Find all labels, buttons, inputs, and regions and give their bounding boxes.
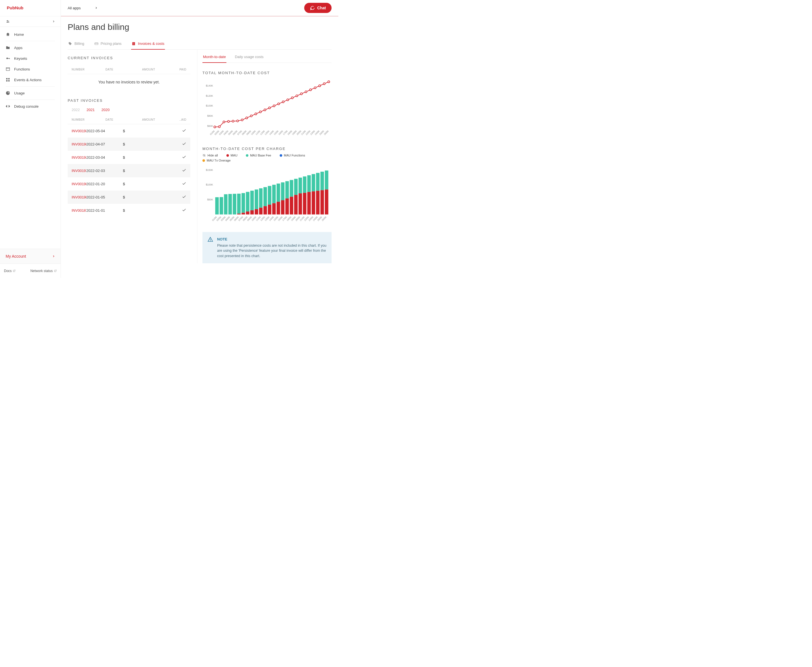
svg-point-41: [305, 91, 307, 93]
page-title: Plans and billing: [68, 22, 332, 32]
svg-rect-130: [299, 193, 302, 214]
sidebar-item-usage[interactable]: Usage: [0, 88, 61, 98]
svg-rect-86: [233, 194, 236, 214]
legend-mau[interactable]: MAU: [226, 154, 237, 157]
subtab-mtd[interactable]: Month-to-date: [203, 53, 226, 63]
billing-tabs: Billing Pricing plans Invoices & costs: [68, 39, 332, 50]
invoice-number: INV00194: [71, 155, 86, 159]
svg-rect-8: [6, 80, 8, 81]
svg-rect-80: [220, 197, 223, 214]
sidebar-item-home[interactable]: Home: [0, 29, 61, 40]
svg-text:02/06: 02/06: [214, 130, 220, 136]
svg-rect-92: [242, 193, 245, 213]
chat-icon: [310, 5, 315, 10]
svg-rect-136: [307, 192, 311, 214]
svg-point-39: [296, 95, 298, 97]
table-row[interactable]: INV001872022-01-01$: [68, 204, 190, 217]
svg-text:26/06: 26/06: [324, 130, 329, 136]
svg-point-42: [310, 89, 312, 91]
chart1-title: TOTAL MONTH-TO-DATE COST: [203, 71, 332, 75]
sidebar-item-label: Events & Actions: [14, 78, 42, 82]
sidebar-item-apps[interactable]: Apps: [0, 42, 61, 53]
svg-point-35: [278, 103, 280, 105]
sidebar-item-events[interactable]: Events & Actions: [0, 75, 61, 85]
svg-point-43: [314, 87, 316, 89]
alert-icon: [208, 237, 213, 242]
tab-pricing[interactable]: Pricing plans: [94, 39, 122, 50]
svg-text:$150K: $150K: [206, 169, 213, 171]
account-switcher[interactable]: [0, 16, 61, 27]
external-link-icon: [13, 269, 15, 272]
svg-point-21: [214, 126, 216, 128]
year-tab-2022[interactable]: 2022: [71, 108, 80, 112]
table-row[interactable]: INV001942022-03-04$: [68, 151, 190, 164]
svg-rect-100: [255, 209, 258, 214]
dot-icon: [246, 154, 248, 157]
svg-point-46: [328, 81, 330, 83]
check-icon: [182, 128, 186, 133]
svg-text:08/06: 08/06: [241, 130, 247, 136]
invoice-date: 2022-05-04: [86, 129, 123, 133]
svg-text:05/06: 05/06: [227, 130, 233, 136]
cost-subtabs: Month-to-date Daily usage costs: [203, 53, 332, 63]
current-invoices-title: CURRENT INVOICES: [68, 56, 190, 60]
svg-text:24/06: 24/06: [314, 130, 320, 136]
logo[interactable]: PubNub: [0, 0, 61, 16]
svg-text:25/06: 25/06: [319, 130, 325, 136]
invoice-date: 2022-01-05: [86, 195, 123, 199]
invoice-amount: $: [123, 155, 154, 159]
svg-rect-118: [281, 200, 284, 214]
chat-button[interactable]: Chat: [304, 3, 332, 13]
legend-mau-base[interactable]: MAU Base Fee: [246, 154, 271, 157]
year-tab-2020[interactable]: 2020: [101, 108, 110, 112]
chevron-right-icon: [95, 7, 98, 9]
sidebar-item-functions[interactable]: Functions: [0, 64, 61, 75]
sidebar-item-label: Usage: [14, 91, 25, 95]
table-row[interactable]: INV001962022-04-07$: [68, 138, 190, 151]
sidebar-item-label: Apps: [14, 46, 23, 50]
chevron-right-icon: [52, 255, 55, 258]
tab-invoices[interactable]: Invoices & costs: [131, 39, 165, 50]
table-row[interactable]: INV001902022-01-05$: [68, 191, 190, 204]
svg-text:16/06: 16/06: [278, 130, 284, 136]
table-row[interactable]: INV001982022-05-04$: [68, 124, 190, 138]
note-body: Please note that persistence costs are n…: [217, 243, 327, 259]
pie-icon: [6, 91, 10, 95]
network-status-link[interactable]: Network status: [30, 269, 56, 273]
legend-hide-all[interactable]: Hide all: [203, 154, 218, 157]
svg-point-28: [246, 117, 248, 119]
svg-rect-134: [303, 176, 306, 193]
invoice-amount: $: [123, 129, 154, 133]
sidebar-item-debug[interactable]: Debug console: [0, 101, 61, 112]
breadcrumb-all-apps[interactable]: All apps: [68, 6, 98, 10]
tag-icon: [68, 42, 72, 46]
svg-text:07/06: 07/06: [237, 130, 243, 136]
subtab-daily[interactable]: Daily usage costs: [234, 53, 264, 63]
svg-text:26/06: 26/06: [321, 216, 327, 222]
svg-text:21/06: 21/06: [301, 130, 307, 136]
svg-text:$100K: $100K: [206, 104, 213, 107]
invoice-date: 2022-04-07: [86, 142, 123, 146]
svg-point-23: [223, 121, 225, 123]
docs-link[interactable]: Docs: [4, 269, 15, 273]
legend-mau-tx[interactable]: MAU Tx Overage: [203, 159, 231, 162]
tab-billing[interactable]: Billing: [68, 39, 85, 50]
svg-rect-127: [294, 195, 297, 214]
check-icon: [182, 168, 186, 173]
svg-rect-94: [246, 211, 249, 214]
svg-text:$80K: $80K: [207, 114, 213, 117]
legend-mau-func[interactable]: MAU Functions: [280, 154, 305, 157]
svg-rect-95: [246, 192, 249, 212]
svg-text:13/06: 13/06: [264, 130, 270, 136]
svg-text:23/06: 23/06: [310, 130, 316, 136]
year-tab-2021[interactable]: 2021: [86, 108, 95, 112]
svg-rect-149: [325, 171, 328, 189]
sidebar-my-account[interactable]: My Account: [0, 249, 61, 264]
check-icon: [182, 155, 186, 159]
table-row[interactable]: INV001902022-01-20$: [68, 178, 190, 191]
chevron-right-icon: [52, 20, 55, 23]
table-row[interactable]: INV001912022-02-03$: [68, 164, 190, 178]
invoice-number: INV00198: [71, 129, 86, 133]
chart2-legend: Hide all MAU MAU Base Fee MAU Functions …: [203, 154, 332, 162]
sidebar-item-keysets[interactable]: Keysets: [0, 53, 61, 64]
